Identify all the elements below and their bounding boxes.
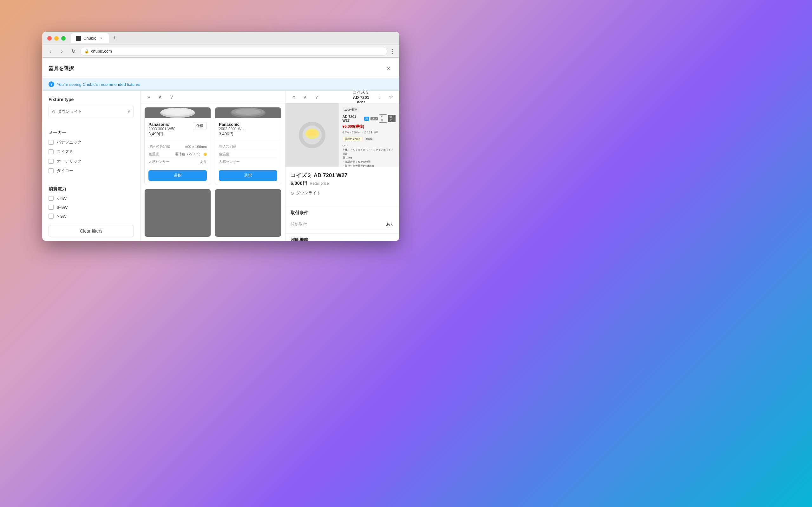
spec-sensor-label-2: 人感センサー — [219, 159, 240, 164]
minimize-button[interactable] — [54, 36, 59, 41]
lock-icon: 🔒 — [84, 49, 89, 54]
modal-header: 器具を選択 × — [42, 59, 399, 78]
power-gt9w-checkbox[interactable] — [49, 214, 54, 219]
browser-toolbar: ‹ › ↻ 🔒 chubic.com ⋮ — [42, 45, 399, 58]
maker-odelic-checkbox[interactable] — [49, 159, 54, 164]
detail-fixture-svg — [296, 119, 328, 151]
detail-star-button[interactable]: ☆ — [387, 93, 396, 101]
detail-down-button[interactable]: ∨ — [312, 93, 321, 101]
product-select-button-1[interactable]: 選択 — [148, 170, 207, 181]
maker-daiko[interactable]: ダイコー — [49, 168, 134, 174]
spec-sensor-label-1: 人感センサー — [148, 159, 169, 164]
spec-color-label-1: 色温度 — [148, 152, 159, 157]
new-tab-button[interactable]: + — [110, 34, 119, 43]
fixture-type-arrow-icon: ∨ — [128, 109, 131, 114]
refresh-button[interactable]: ↻ — [69, 47, 78, 56]
product-image-3 — [145, 189, 211, 237]
traffic-lights — [47, 36, 66, 41]
info-icon: i — [49, 81, 54, 87]
maker-daiko-label: ダイコー — [57, 168, 73, 174]
detail-catalog-area: 100W相当 AD 7201 W27 新 LED 不可 散光 ¥6,000(税抜… — [286, 103, 399, 167]
detail-conditions-section: 取付条件 傾斜取付 あり — [286, 206, 399, 233]
maker-koizumi[interactable]: コイズミ — [49, 149, 134, 155]
incline-value: あり — [386, 222, 394, 227]
detail-price-label: Retail price — [310, 181, 329, 186]
detail-collapse-button[interactable]: « — [289, 93, 298, 101]
forward-button[interactable]: › — [57, 47, 66, 56]
product-spec-button-1[interactable]: 仕様 — [193, 122, 207, 130]
power-lt6w-label: < 6W — [57, 196, 67, 201]
incline-label: 傾斜取付 — [291, 222, 307, 227]
product-specs-2: 埋込穴 (径/ 色温度 人感センサー — [215, 141, 281, 168]
address-bar[interactable]: 🔒 chubic.com — [80, 47, 387, 56]
power-6to9w[interactable]: 6~9W — [49, 205, 134, 210]
maker-panasonic-label: パナソニック — [57, 139, 82, 145]
modal-close-button[interactable]: × — [384, 64, 393, 73]
tab-bar: Chubic × + — [71, 33, 394, 43]
filters-panel: Fixture type ⊙ ダウンライト ∨ メーカー パナソニック — [42, 91, 141, 241]
spec-color-row-2: 色温度 — [219, 151, 277, 158]
product-price-1: 3,490円 — [148, 131, 175, 137]
clear-filters-button[interactable]: Clear filters — [49, 225, 134, 237]
product-price-2: 3,490円 — [219, 131, 245, 137]
product-card-1: Panasonic 2003 3001 W50 3,490円 仕様 埋込穴 (径… — [144, 107, 211, 185]
power-6to9w-checkbox[interactable] — [49, 205, 54, 210]
catalog-tag-warm: 電球色 2700K — [343, 136, 362, 141]
product-model-2: 2003 3001 W... — [219, 127, 245, 131]
detail-type-row: ⊙ ダウンライト — [291, 190, 394, 196]
expand-icon[interactable]: » — [144, 93, 153, 101]
catalog-new-badge: 新 — [364, 117, 369, 121]
detail-up-button[interactable]: ∧ — [301, 93, 310, 101]
maker-koizumi-label: コイズミ — [57, 149, 73, 155]
browser-titlebar: Chubic × + — [42, 32, 399, 45]
scroll-down-button[interactable]: ∨ — [167, 93, 176, 101]
product-card-2: Panasonic 2003 3001 W... 3,490円 埋込穴 (径/ — [215, 107, 281, 185]
tab-close-button[interactable]: × — [99, 36, 104, 41]
fixture-type-filter: Fixture type ⊙ ダウンライト ∨ — [49, 97, 134, 117]
product-image-1 — [145, 107, 211, 118]
fixture-select-modal: 器具を選択 × i You're seeing Chubic's recomme… — [42, 59, 399, 241]
power-gt9w-label: > 9W — [57, 214, 67, 219]
maker-koizumi-checkbox[interactable] — [49, 149, 54, 154]
browser-menu-button[interactable]: ⋮ — [390, 48, 396, 55]
products-header: » ∧ ∨ — [141, 91, 285, 103]
close-button[interactable] — [47, 36, 52, 41]
browser-window: Chubic × + ‹ › ↻ 🔒 chubic.com ⋮ C Asakus… — [42, 32, 399, 241]
maker-label: メーカー — [49, 130, 134, 135]
maker-panasonic-checkbox[interactable] — [49, 140, 54, 145]
product-select-button-2[interactable]: 選択 — [219, 170, 277, 181]
power-lt6w[interactable]: < 6W — [49, 196, 134, 201]
products-area: » ∧ ∨ — [141, 91, 285, 241]
power-gt9w[interactable]: > 9W — [49, 214, 134, 219]
modal-title: 器具を選択 — [49, 65, 74, 72]
detail-type-icon: ⊙ — [291, 191, 294, 195]
maker-odelic[interactable]: オーデリック — [49, 158, 134, 164]
product-specs-1: 埋込穴 (径/高) ø90 × 100mm 色温度 電球色（2700K） — [145, 141, 211, 168]
detail-download-button[interactable]: ↓ — [375, 93, 384, 101]
spec-hole-row-1: 埋込穴 (径/高) ø90 × 100mm — [148, 144, 207, 150]
fixture-type-select[interactable]: ⊙ ダウンライト ∨ — [49, 106, 134, 117]
power-checkbox-group: < 6W 6~9W > 9W — [49, 196, 134, 219]
maker-panasonic[interactable]: パナソニック — [49, 139, 134, 145]
conditions-section-title: 取付条件 — [291, 210, 394, 216]
svg-point-5 — [235, 109, 261, 115]
back-button[interactable]: ‹ — [46, 47, 55, 56]
tab-chubic[interactable]: Chubic × — [71, 33, 109, 43]
spec-hole-value-1: ø90 × 100mm — [185, 144, 207, 149]
fullscreen-button[interactable] — [61, 36, 66, 41]
maker-checkbox-group: パナソニック コイズミ オーデリック ダイコー — [49, 139, 134, 174]
modal-body: Fixture type ⊙ ダウンライト ∨ メーカー パナソニック — [42, 91, 399, 241]
spec-sensor-row-1: 人感センサー あり — [148, 159, 207, 165]
tab-favicon — [76, 36, 81, 41]
product-brand-1: Panasonic — [148, 122, 175, 127]
maker-daiko-checkbox[interactable] — [49, 168, 54, 173]
detail-catalog-info: 100W相当 AD 7201 W27 新 LED 不可 散光 ¥6,000(税抜… — [339, 103, 400, 167]
color-dot-1 — [204, 153, 207, 156]
scroll-up-button[interactable]: ∧ — [156, 93, 165, 101]
svg-point-2 — [165, 109, 190, 115]
spec-sensor-value-1: あり — [200, 159, 207, 164]
detail-product-photo — [286, 103, 339, 167]
svg-point-9 — [307, 130, 317, 136]
url-text: chubic.com — [91, 49, 112, 54]
power-lt6w-checkbox[interactable] — [49, 196, 54, 201]
